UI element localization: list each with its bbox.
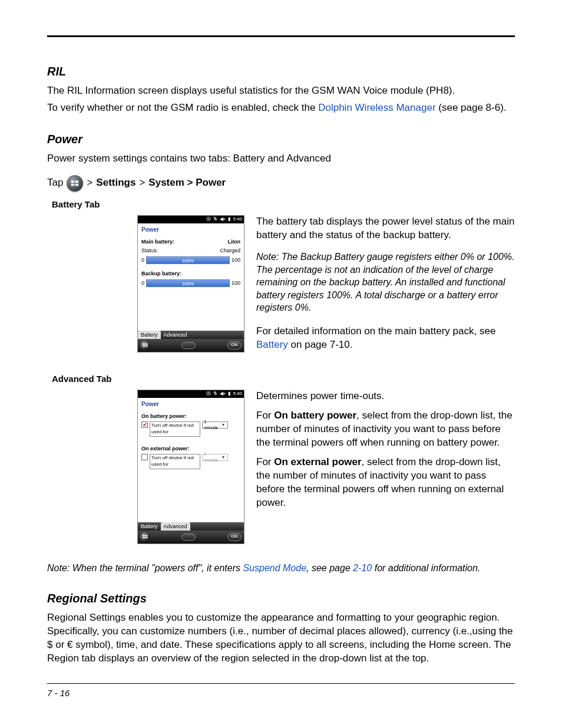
device-title: Power xyxy=(138,223,244,236)
main-battery-progress: 0 100% 100 xyxy=(141,256,240,264)
nav-settings: Settings xyxy=(96,176,135,190)
text: To verify whether or not the GSM radio i… xyxy=(47,102,318,113)
tab-battery[interactable]: Battery xyxy=(138,331,161,339)
status-time: 5:40 xyxy=(233,391,242,397)
advanced-desc-2: For On battery power, select from the dr… xyxy=(256,409,515,450)
advanced-desc-1: Determines power time-outs. xyxy=(256,390,515,403)
text-bold: On battery power xyxy=(274,410,356,421)
battery-note: Note: The Backup Battery gauge registers… xyxy=(256,251,515,314)
ok-button[interactable]: OK xyxy=(227,533,242,541)
page-top-rule xyxy=(47,35,515,37)
heading-ril: RIL xyxy=(47,64,515,80)
page-footer: 7 - 16 xyxy=(47,683,515,699)
device-tabs: Battery Advanced xyxy=(138,522,244,531)
progress-hundred: 100 xyxy=(232,256,240,263)
text-bold: On external power xyxy=(274,456,361,467)
volume-mute-icon: ◀× xyxy=(220,391,226,397)
note-prefix: Note: xyxy=(47,563,70,573)
note-body: The Backup Battery gauge registers eithe… xyxy=(256,252,514,312)
keyboard-indicator-icon: ⓐ xyxy=(206,216,211,223)
tab-battery[interactable]: Battery xyxy=(138,522,161,531)
device-bottom-bar: OK xyxy=(138,531,244,543)
tab-advanced[interactable]: Advanced xyxy=(161,522,190,531)
sync-icon: ⇅ xyxy=(213,216,217,223)
checkbox-on-external[interactable] xyxy=(141,454,148,460)
battery-desc-2: For detailed information on the main bat… xyxy=(256,325,515,352)
main-battery-label: Main battery: xyxy=(141,238,174,245)
sync-icon: ⇅ xyxy=(213,391,217,397)
keyboard-button[interactable] xyxy=(181,533,196,541)
backup-battery-progress: 0 100% 100 xyxy=(141,279,240,287)
checkbox-on-battery[interactable]: ✔ xyxy=(141,421,148,428)
ok-button[interactable]: OK xyxy=(227,341,242,350)
ril-paragraph-1: The RIL Information screen displays usef… xyxy=(47,84,515,98)
tab-advanced[interactable]: Advanced xyxy=(161,331,190,339)
text: For detailed information on the main bat… xyxy=(256,325,495,337)
main-battery-type: LiIon xyxy=(228,238,241,245)
progress-hundred: 100 xyxy=(232,279,240,286)
note-prefix: Note: xyxy=(256,252,279,262)
backup-battery-label: Backup battery: xyxy=(141,270,240,277)
regional-body: Regional Settings enables you to customi… xyxy=(47,611,515,666)
start-button[interactable] xyxy=(140,532,150,542)
battery-icon: ▮ xyxy=(228,391,230,397)
keyboard-button[interactable] xyxy=(181,342,196,349)
status-label: Status: xyxy=(141,247,158,254)
checkbox-label: Turn off device if not used for xyxy=(150,421,200,437)
text: on page 7-10. xyxy=(288,339,353,350)
progress-bar: 100% xyxy=(146,279,230,287)
heading-regional: Regional Settings xyxy=(47,591,515,607)
link-battery[interactable]: Battery xyxy=(256,339,288,350)
device-bottom-bar: OK xyxy=(138,339,244,352)
status-time: 5:40 xyxy=(233,216,242,223)
text: (see page 8-6). xyxy=(436,102,507,113)
select-on-external-timeout[interactable]: 1 minute▾ xyxy=(202,454,228,461)
link-page-2-10[interactable]: 2-10 xyxy=(353,563,372,573)
nav-gt1: > xyxy=(87,176,92,190)
device-title: Power xyxy=(138,398,244,411)
section-ril: RIL The RIL Information screen displays … xyxy=(47,64,515,115)
battery-desc-1: The battery tab displays the power level… xyxy=(256,215,515,242)
power-intro: Power system settings contains two tabs:… xyxy=(47,152,515,166)
on-battery-label: On battery power: xyxy=(141,413,240,420)
nav-path: Tap > Settings > System > Power xyxy=(47,175,515,192)
chevron-down-icon: ▾ xyxy=(221,422,226,429)
keyboard-indicator-icon: ⓐ xyxy=(206,391,211,397)
text: When the terminal "powers off", it enter… xyxy=(70,563,243,573)
windows-start-icon xyxy=(67,175,83,192)
nav-gt2: > xyxy=(139,176,145,190)
device-status-bar: ⓐ ⇅ ◀× ▮ 5:40 xyxy=(138,216,244,223)
advanced-desc-3: For On external power, select from the d… xyxy=(256,456,515,510)
heading-power: Power xyxy=(47,131,515,147)
text: for additional information. xyxy=(372,563,480,573)
ril-paragraph-2: To verify whether or not the GSM radio i… xyxy=(47,101,515,115)
progress-zero: 0 xyxy=(141,256,144,263)
battery-icon: ▮ xyxy=(228,216,230,223)
text: For xyxy=(256,456,274,467)
link-dolphin-wireless-manager[interactable]: Dolphin Wireless Manager xyxy=(318,102,435,113)
select-value: 1 minute xyxy=(204,419,221,432)
link-suspend-mode[interactable]: Suspend Mode xyxy=(243,563,306,573)
screenshot-advanced-tab: ⓐ ⇅ ◀× ▮ 5:40 Power On battery power: ✔ … xyxy=(137,390,244,544)
nav-tap: Tap xyxy=(47,176,63,190)
select-value: 1 minute xyxy=(204,451,221,464)
subhead-battery-tab: Battery Tab xyxy=(52,199,515,210)
screenshot-battery-tab: ⓐ ⇅ ◀× ▮ 5:40 Power Main battery: LiIon … xyxy=(137,215,244,353)
status-value: Charged xyxy=(220,247,240,254)
suspend-note: Note: When the terminal "powers off", it… xyxy=(47,562,515,575)
row-battery-tab: ⓐ ⇅ ◀× ▮ 5:40 Power Main battery: LiIon … xyxy=(47,215,515,355)
subhead-advanced-tab: Advanced Tab xyxy=(52,373,515,385)
device-tabs: Battery Advanced xyxy=(138,331,244,339)
select-on-battery-timeout[interactable]: 1 minute▾ xyxy=(202,421,228,429)
section-regional: Regional Settings Regional Settings enab… xyxy=(47,591,515,666)
text: , see page xyxy=(306,563,353,573)
volume-mute-icon: ◀× xyxy=(220,216,226,223)
progress-zero: 0 xyxy=(141,279,144,286)
nav-system-power: System > Power xyxy=(148,176,226,190)
row-advanced-tab: ⓐ ⇅ ◀× ▮ 5:40 Power On battery power: ✔ … xyxy=(47,390,515,544)
chevron-down-icon: ▾ xyxy=(221,454,226,461)
section-power: Power Power system settings contains two… xyxy=(47,131,515,575)
start-button[interactable] xyxy=(140,341,150,350)
checkbox-label: Turn off device if not used for xyxy=(150,454,200,469)
progress-bar: 100% xyxy=(146,256,230,264)
